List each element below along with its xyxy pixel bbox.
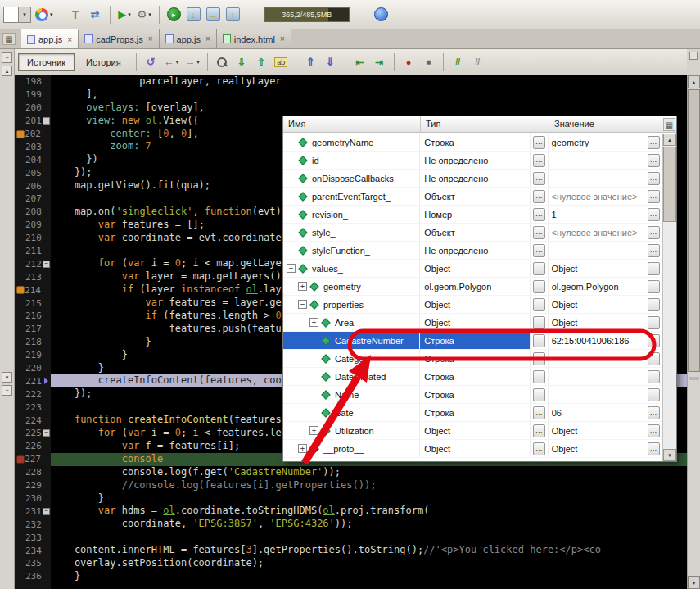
code-line[interactable]: console.log(f.get('CadastreNumber')); — [51, 466, 687, 479]
back-icon-dropdown-icon[interactable]: ▾ — [176, 59, 179, 66]
variable-name-cell[interactable]: style_ — [283, 224, 420, 241]
variable-name-cell[interactable]: onDisposeCallbacks_ — [283, 170, 420, 187]
fold-toggle-icon[interactable]: − — [43, 261, 50, 268]
variable-name-cell[interactable]: −properties — [283, 296, 420, 313]
variable-row[interactable]: DateCreatedСтрока…… — [283, 368, 662, 386]
variable-row[interactable]: CategoryСтрока…… — [283, 350, 662, 368]
open-value-editor-button[interactable]: … — [533, 406, 545, 419]
variable-name-cell[interactable]: +Utilization — [283, 422, 420, 439]
side-strip-button[interactable]: − — [2, 385, 12, 396]
column-header-type[interactable]: Тип — [421, 116, 549, 132]
previous-occurrence-icon[interactable]: ⇑ — [302, 52, 319, 71]
variable-name-cell[interactable]: Name — [283, 386, 420, 403]
tab-close-icon[interactable]: × — [148, 34, 153, 43]
open-value-editor-button[interactable]: … — [533, 388, 545, 401]
comment-icon[interactable]: // — [449, 52, 467, 71]
open-value-editor-button[interactable]: … — [533, 262, 545, 275]
code-line[interactable]: overlays: [overlay], — [51, 102, 687, 115]
tab-list-icon[interactable]: ▦ — [2, 33, 16, 45]
variable-name-cell[interactable]: revision_ — [283, 206, 420, 223]
open-value-editor-button[interactable]: … — [533, 280, 545, 293]
code-line[interactable] — [51, 531, 687, 544]
open-value-detail-button[interactable]: … — [648, 388, 660, 401]
memory-indicator[interactable]: 365,2/485,5MB — [264, 7, 350, 22]
variable-name-cell[interactable]: geometryName_ — [283, 134, 420, 151]
open-value-editor-button[interactable]: … — [533, 226, 545, 239]
debug-project-button[interactable]: ⚙▾ — [136, 5, 153, 24]
blue-globe-icon[interactable] — [373, 5, 390, 24]
variable-row[interactable]: revision_Номер…1… — [283, 206, 662, 224]
history-button[interactable]: История — [77, 53, 130, 71]
open-value-editor-button[interactable]: … — [533, 442, 545, 455]
variable-name-cell[interactable]: −values_ — [283, 260, 420, 277]
variable-row[interactable]: style_Объект…<нулевое значение>… — [283, 224, 662, 242]
open-value-detail-button[interactable]: … — [648, 172, 660, 185]
open-value-editor-button[interactable]: … — [533, 316, 545, 329]
debug-project-button-dropdown-icon[interactable]: ▾ — [148, 11, 151, 18]
open-value-detail-button[interactable]: … — [648, 154, 660, 167]
run-project-button-dropdown-icon[interactable]: ▾ — [128, 11, 131, 18]
tab-app.js[interactable]: app.js× — [160, 29, 217, 48]
variable-row[interactable]: −propertiesObject…Object… — [283, 296, 662, 314]
expand-icon[interactable]: + — [309, 426, 318, 435]
source-button[interactable]: Источник — [18, 53, 75, 71]
variable-row[interactable]: NameСтрока…… — [283, 386, 662, 404]
step-out-button[interactable]: ↑ — [224, 5, 242, 24]
code-line[interactable]: } — [51, 570, 687, 583]
side-strip-button[interactable]: ▴ — [2, 66, 12, 76]
toggle-highlight-icon[interactable]: ab — [273, 52, 290, 71]
scrollbar-thumb[interactable] — [688, 89, 700, 372]
open-value-detail-button[interactable]: … — [648, 406, 660, 419]
variable-row[interactable]: styleFunction_Не определено…… — [283, 242, 662, 260]
popup-scrollbar-thumb[interactable] — [663, 147, 676, 222]
fold-toggle-icon[interactable]: − — [43, 508, 50, 515]
back-icon[interactable]: ←▾ — [162, 52, 181, 71]
tab-app.js[interactable]: app.js× — [21, 29, 79, 48]
open-value-detail-button[interactable]: … — [648, 352, 660, 365]
variable-name-cell[interactable]: Category — [283, 350, 420, 367]
open-value-detail-button[interactable]: … — [648, 334, 660, 347]
uncomment-icon[interactable]: // — [469, 52, 486, 71]
tab-close-icon[interactable]: × — [280, 34, 285, 43]
combo-dropdown-icon[interactable]: ▾ — [18, 7, 30, 22]
step-over-button[interactable]: ↓ — [185, 5, 202, 24]
config-combobox[interactable]: ▾ — [3, 7, 31, 23]
debug-marker-icon[interactable] — [16, 455, 25, 464]
forward-icon-dropdown-icon[interactable]: ▾ — [196, 59, 200, 66]
shift-left-icon[interactable]: ⇤ — [351, 52, 368, 71]
variable-row[interactable]: SateСтрока…06… — [283, 404, 662, 422]
popup-scroll-up-icon[interactable]: ▲ — [663, 134, 676, 146]
expand-icon[interactable]: + — [298, 444, 307, 453]
variable-row[interactable]: +geometryol.geom.Polygon…ol.geom.Polygon… — [283, 278, 662, 296]
open-value-detail-button[interactable]: … — [648, 190, 660, 203]
start-macro-icon[interactable]: ● — [400, 52, 418, 71]
open-value-detail-button[interactable]: … — [648, 262, 660, 275]
variable-row[interactable]: parentEventTarget_Объект…<нулевое значен… — [283, 188, 662, 206]
last-edit-icon[interactable]: ↺ — [142, 52, 160, 71]
open-value-editor-button[interactable]: … — [533, 208, 545, 221]
open-value-editor-button[interactable]: … — [533, 370, 545, 383]
expand-icon[interactable]: + — [309, 318, 318, 327]
code-line[interactable]: ], — [51, 88, 687, 102]
side-strip-button[interactable]: ▾ — [2, 372, 12, 383]
open-value-detail-button[interactable]: … — [648, 244, 660, 257]
collapse-icon[interactable]: − — [287, 264, 296, 273]
collapse-icon[interactable]: − — [298, 300, 307, 309]
code-line[interactable]: } — [51, 492, 687, 505]
open-value-editor-button[interactable]: … — [533, 190, 545, 203]
run-project-button[interactable]: ▶▾ — [116, 5, 133, 24]
variable-name-cell[interactable]: +Area — [283, 314, 420, 331]
open-value-editor-button[interactable]: … — [533, 172, 545, 185]
variable-row[interactable]: onDisposeCallbacks_Не определено…… — [283, 170, 662, 188]
variable-name-cell[interactable]: +geometry — [283, 278, 420, 295]
team-tool-icon[interactable]: T — [67, 5, 84, 24]
shift-right-icon[interactable]: ⇥ — [371, 52, 388, 71]
column-header-name[interactable]: Имя — [283, 116, 421, 132]
stop-macro-icon[interactable]: ■ — [420, 52, 437, 71]
open-value-editor-button[interactable]: … — [533, 334, 545, 347]
find-selection-icon[interactable] — [214, 52, 231, 71]
open-value-detail-button[interactable]: … — [648, 298, 660, 311]
open-value-editor-button[interactable]: … — [533, 244, 545, 257]
variable-row[interactable]: CadastreNumberСтрока…62:15:0041006:186… — [283, 332, 662, 350]
variable-name-cell[interactable]: CadastreNumber — [283, 332, 420, 349]
